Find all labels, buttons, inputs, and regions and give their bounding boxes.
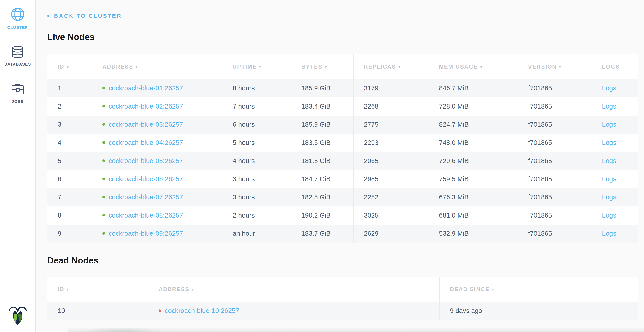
- node-address-link[interactable]: cockroach-blue-03:26257: [108, 121, 183, 128]
- node-version-cell: f701865: [518, 170, 592, 188]
- column-header-address[interactable]: ADDRESS▾: [92, 54, 222, 79]
- column-header-bytes[interactable]: BYTES▾: [291, 54, 354, 79]
- node-address-link[interactable]: cockroach-blue-02:26257: [108, 103, 183, 110]
- node-id-cell: 4: [48, 134, 92, 152]
- node-id-cell: 1: [48, 79, 92, 97]
- node-address-link[interactable]: cockroach-blue-04:26257: [108, 139, 183, 146]
- live-status-dot-icon: [102, 232, 105, 235]
- node-uptime-cell: 6 hours: [222, 116, 291, 134]
- table-row: 2cockroach-blue-02:262577 hours183.4 GiB…: [48, 97, 638, 116]
- dead-since-cell: 9 days ago: [440, 302, 638, 320]
- table-row: 8cockroach-blue-08:262572 hours190.2 GiB…: [48, 206, 638, 225]
- node-replicas-cell: 2252: [354, 188, 429, 206]
- table-row: 1cockroach-blue-01:262578 hours185.9 GiB…: [48, 79, 638, 97]
- dead-nodes-table: ID▾ADDRESS▾DEAD SINCE▾ 10cockroach-blue-…: [47, 277, 638, 320]
- node-bytes-cell: 184.7 GiB: [291, 170, 354, 188]
- column-header-version[interactable]: VERSION▾: [518, 54, 592, 79]
- sort-arrow-icon: ▾: [325, 64, 327, 69]
- node-address-cell: cockroach-blue-09:26257: [92, 225, 222, 243]
- column-header-label: VERSION: [528, 64, 557, 70]
- node-mem-usage-cell: 729.6 MiB: [429, 152, 518, 170]
- node-logs-link[interactable]: Logs: [602, 193, 616, 201]
- sort-arrow-icon: ▾: [559, 64, 562, 69]
- column-header-replicas[interactable]: REPLICAS▾: [354, 54, 429, 79]
- column-header-mem-usage[interactable]: MEM USAGE▾: [429, 54, 518, 79]
- node-replicas-cell: 2985: [354, 170, 429, 188]
- table-row: 5cockroach-blue-05:262574 hours181.5 GiB…: [48, 152, 638, 170]
- node-replicas-cell: 2629: [354, 225, 429, 243]
- node-bytes-cell: 182.5 GiB: [291, 188, 354, 206]
- column-header-uptime[interactable]: UPTIME▾: [222, 54, 291, 79]
- node-version-cell: f701865: [518, 225, 592, 243]
- live-status-dot-icon: [102, 87, 105, 89]
- node-bytes-cell: 181.5 GiB: [291, 152, 354, 170]
- node-uptime-cell: 8 hours: [222, 79, 291, 97]
- column-header-dead-since[interactable]: DEAD SINCE▾: [440, 277, 638, 302]
- node-uptime-cell: 4 hours: [222, 152, 291, 170]
- live-status-dot-icon: [102, 214, 105, 216]
- back-to-cluster-link[interactable]: < BACK TO CLUSTER: [47, 13, 122, 19]
- node-mem-usage-cell: 846.7 MiB: [429, 79, 518, 97]
- node-address-link[interactable]: cockroach-blue-01:26257: [108, 84, 183, 92]
- node-address-cell: cockroach-blue-02:26257: [92, 97, 222, 116]
- node-uptime-cell: 5 hours: [222, 134, 291, 152]
- node-replicas-cell: 2268: [354, 97, 429, 116]
- column-header-label: LOGS: [602, 64, 620, 70]
- node-address-link[interactable]: cockroach-blue-08:26257: [108, 212, 183, 219]
- briefcase-icon: [11, 84, 24, 96]
- node-mem-usage-cell: 748.0 MiB: [429, 134, 518, 152]
- node-id-cell: 9: [48, 225, 92, 243]
- cockroach-logo[interactable]: [8, 305, 27, 326]
- column-header-label: UPTIME: [233, 64, 257, 70]
- node-mem-usage-cell: 824.7 MiB: [429, 116, 518, 134]
- node-logs-link[interactable]: Logs: [602, 212, 616, 219]
- node-logs-link[interactable]: Logs: [602, 230, 616, 237]
- sort-arrow-icon: ▾: [259, 64, 262, 69]
- live-status-dot-icon: [102, 159, 105, 162]
- node-replicas-cell: 3179: [354, 79, 429, 97]
- live-nodes-header-row: ID▾ADDRESS▾UPTIME▾BYTES▾REPLICAS▾MEM USA…: [48, 54, 638, 79]
- sort-arrow-icon: ▾: [480, 64, 483, 69]
- table-row: 3cockroach-blue-03:262576 hours185.9 GiB…: [48, 116, 638, 134]
- column-header-address[interactable]: ADDRESS▾: [148, 277, 440, 302]
- node-version-cell: f701865: [518, 97, 592, 116]
- node-bytes-cell: 183.4 GiB: [291, 97, 354, 116]
- column-header-label: ID: [58, 286, 64, 292]
- column-header-id[interactable]: ID▾: [48, 54, 92, 79]
- sidebar-item-jobs[interactable]: JOBS: [0, 84, 36, 104]
- table-row: 4cockroach-blue-04:262575 hours183.5 GiB…: [48, 134, 638, 152]
- node-logs-link[interactable]: Logs: [602, 84, 616, 92]
- column-header-label: REPLICAS: [364, 64, 396, 70]
- node-uptime-cell: an hour: [222, 225, 291, 243]
- page-bottom-shadow: [68, 328, 644, 332]
- column-header-id[interactable]: ID▾: [48, 277, 148, 302]
- node-address-link[interactable]: cockroach-blue-07:26257: [108, 193, 183, 201]
- node-address-cell: cockroach-blue-07:26257: [92, 188, 222, 206]
- node-address-cell: cockroach-blue-08:26257: [92, 206, 222, 225]
- node-version-cell: f701865: [518, 79, 592, 97]
- node-logs-link[interactable]: Logs: [602, 139, 616, 146]
- node-address-link[interactable]: cockroach-blue-09:26257: [108, 230, 183, 237]
- node-bytes-cell: 185.9 GiB: [291, 116, 354, 134]
- live-status-dot-icon: [102, 141, 105, 144]
- node-logs-link[interactable]: Logs: [602, 157, 616, 164]
- node-mem-usage-cell: 676.3 MiB: [429, 188, 518, 206]
- node-replicas-cell: 2293: [354, 134, 429, 152]
- node-address-cell: cockroach-blue-01:26257: [92, 79, 222, 97]
- node-logs-cell: Logs: [592, 79, 638, 97]
- sidebar-item-databases[interactable]: DATABASES: [0, 46, 36, 67]
- node-logs-link[interactable]: Logs: [602, 121, 616, 128]
- node-uptime-cell: 2 hours: [222, 206, 291, 225]
- node-address-link[interactable]: cockroach-blue-05:26257: [108, 157, 183, 164]
- node-address-link[interactable]: cockroach-blue-06:26257: [108, 175, 183, 183]
- dead-nodes-header-row: ID▾ADDRESS▾DEAD SINCE▾: [48, 277, 638, 302]
- table-row: 10cockroach-blue-10:262579 days ago: [48, 302, 638, 320]
- node-address-cell: cockroach-blue-04:26257: [92, 134, 222, 152]
- node-address-link[interactable]: cockroach-blue-10:26257: [165, 307, 239, 314]
- sidebar-item-cluster[interactable]: CLUSTER: [0, 7, 36, 30]
- node-id-cell: 6: [48, 170, 92, 188]
- node-logs-link[interactable]: Logs: [602, 103, 616, 110]
- dead-nodes-title: Dead Nodes: [47, 256, 644, 265]
- node-uptime-cell: 3 hours: [222, 170, 291, 188]
- node-logs-link[interactable]: Logs: [602, 175, 616, 183]
